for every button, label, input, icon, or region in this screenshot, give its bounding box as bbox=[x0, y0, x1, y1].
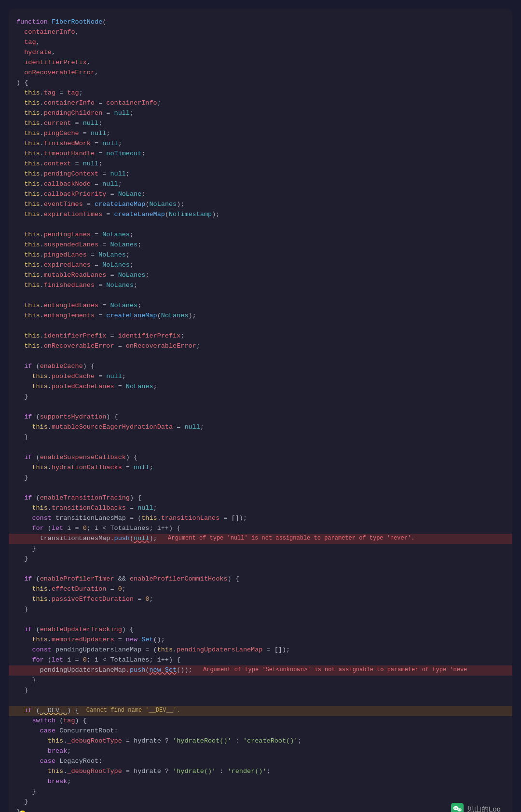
code-line: for (let i = 0; i < TotalLanes; i++) { bbox=[9, 524, 512, 534]
code-line: this.containerInfo = containerInfo; bbox=[9, 98, 512, 108]
code-line: if (enableUpdaterTracking) { bbox=[9, 625, 512, 635]
code-line: if (enableCache) { bbox=[9, 362, 512, 372]
code-line: } bbox=[9, 392, 512, 402]
code-line: tag, bbox=[9, 38, 512, 48]
code-line: const pendingUpdatersLaneMap = (this.pen… bbox=[9, 645, 512, 655]
code-line: onRecoverableError, bbox=[9, 68, 512, 78]
code-line: this.mutableSourceEagerHydrationData = n… bbox=[9, 422, 512, 433]
code-line: this.expiredLanes = NoLanes; bbox=[9, 260, 512, 271]
code-line: this.expirationTimes = createLaneMap(NoT… bbox=[9, 210, 512, 220]
code-line: } bbox=[9, 554, 512, 564]
code-line: } bbox=[9, 676, 512, 686]
code-line: this.hydrationCallbacks = null; bbox=[9, 463, 512, 473]
code-line: this.entanglements = createLaneMap(NoLan… bbox=[9, 311, 512, 321]
code-line: break; bbox=[9, 777, 512, 787]
code-line: this.entangledLanes = NoLanes; bbox=[9, 301, 512, 311]
code-line bbox=[9, 615, 512, 625]
code-line: switch (tag) { bbox=[9, 716, 512, 726]
code-editor: function FiberRootNode( containerInfo, t… bbox=[9, 9, 512, 812]
code-line: for (let i = 0; i < TotalLanes; i++) { bbox=[9, 655, 512, 665]
code-line bbox=[9, 291, 512, 301]
code-line: } bbox=[9, 686, 512, 696]
code-line: this.tag = tag; bbox=[9, 88, 512, 98]
code-line: this.pendingChildren = null; bbox=[9, 108, 512, 119]
code-line: containerInfo, bbox=[9, 27, 512, 38]
svg-point-3 bbox=[456, 808, 457, 809]
code-line-error: transitionLanesMap.push(null); Argument … bbox=[9, 534, 512, 544]
watermark: 见山的Log bbox=[451, 803, 501, 812]
code-line bbox=[9, 483, 512, 493]
code-line-warn: if (__DEV__) { Cannot find name '__DEV__… bbox=[9, 706, 512, 716]
code-line bbox=[9, 220, 512, 230]
code-line bbox=[9, 696, 512, 706]
code-line: } bbox=[9, 473, 512, 483]
code-line: if (enableSuspenseCallback) { bbox=[9, 453, 512, 463]
code-line: case LegacyRoot: bbox=[9, 757, 512, 767]
code-line: if (enableTransitionTracing) { bbox=[9, 493, 512, 503]
code-line: this.finishedWork = null; bbox=[9, 139, 512, 149]
code-line: this.context = null; bbox=[9, 159, 512, 169]
code-line: break; bbox=[9, 746, 512, 757]
code-line: this.pooledCache = null; bbox=[9, 372, 512, 382]
code-line bbox=[9, 352, 512, 362]
code-line: this.pingedLanes = NoLanes; bbox=[9, 250, 512, 260]
code-line bbox=[9, 321, 512, 331]
lightbulb-icon: 💡 bbox=[17, 810, 27, 812]
code-line: hydrate, bbox=[9, 48, 512, 58]
code-line: this.current = null; bbox=[9, 119, 512, 129]
code-line: this._debugRootType = hydrate ? 'hydrate… bbox=[9, 736, 512, 746]
code-line: this._debugRootType = hydrate ? 'hydrate… bbox=[9, 767, 512, 777]
code-line: this.finishedLanes = NoLanes; bbox=[9, 281, 512, 291]
code-line: this.eventTimes = createLaneMap(NoLanes)… bbox=[9, 200, 512, 210]
wechat-icon bbox=[451, 803, 464, 812]
code-line: this.mutableReadLanes = NoLanes; bbox=[9, 271, 512, 281]
code-line: } bbox=[9, 433, 512, 443]
code-line: this.effectDuration = 0; bbox=[9, 584, 512, 595]
code-line: this.callbackPriority = NoLane; bbox=[9, 189, 512, 200]
code-line: this.identifierPrefix = identifierPrefix… bbox=[9, 331, 512, 341]
code-line: function FiberRootNode( bbox=[9, 17, 512, 27]
code-line: } bbox=[9, 605, 512, 615]
code-line: } bbox=[9, 797, 512, 807]
code-line: } bbox=[9, 807, 512, 812]
code-line: this.pendingContext = null; bbox=[9, 169, 512, 179]
code-line: } bbox=[9, 544, 512, 554]
code-line: ) { bbox=[9, 78, 512, 88]
code-line bbox=[9, 443, 512, 453]
code-line: const transitionLanesMap = (this.transit… bbox=[9, 514, 512, 524]
code-line: this.callbackNode = null; bbox=[9, 179, 512, 189]
code-line: this.onRecoverableError = onRecoverableE… bbox=[9, 341, 512, 352]
code-line: case ConcurrentRoot: bbox=[9, 726, 512, 736]
svg-point-6 bbox=[460, 810, 461, 811]
code-line: this.memoizedUpdaters = new Set(); bbox=[9, 635, 512, 645]
code-line-error: pendingUpdatersLaneMap.push(new Set()); … bbox=[9, 665, 512, 676]
code-line bbox=[9, 402, 512, 412]
code-line: this.suspendedLanes = NoLanes; bbox=[9, 240, 512, 250]
code-line: } bbox=[9, 787, 512, 797]
svg-point-5 bbox=[458, 810, 459, 811]
code-line: this.timeoutHandle = noTimeout; bbox=[9, 149, 512, 159]
code-line: if (enableProfilerTimer && enableProfile… bbox=[9, 574, 512, 584]
code-line: this.pooledCacheLanes = NoLanes; bbox=[9, 382, 512, 392]
code-line: this.pingCache = null; bbox=[9, 129, 512, 139]
watermark-text: 见山的Log bbox=[467, 803, 501, 812]
code-line: this.transitionCallbacks = null; bbox=[9, 503, 512, 514]
code-line: identifierPrefix, bbox=[9, 58, 512, 68]
svg-point-4 bbox=[457, 808, 461, 812]
svg-point-2 bbox=[454, 808, 455, 809]
code-line: this.passiveEffectDuration = 0; bbox=[9, 595, 512, 605]
code-line: if (supportsHydration) { bbox=[9, 412, 512, 422]
code-line: this.pendingLanes = NoLanes; bbox=[9, 230, 512, 240]
code-line bbox=[9, 564, 512, 574]
